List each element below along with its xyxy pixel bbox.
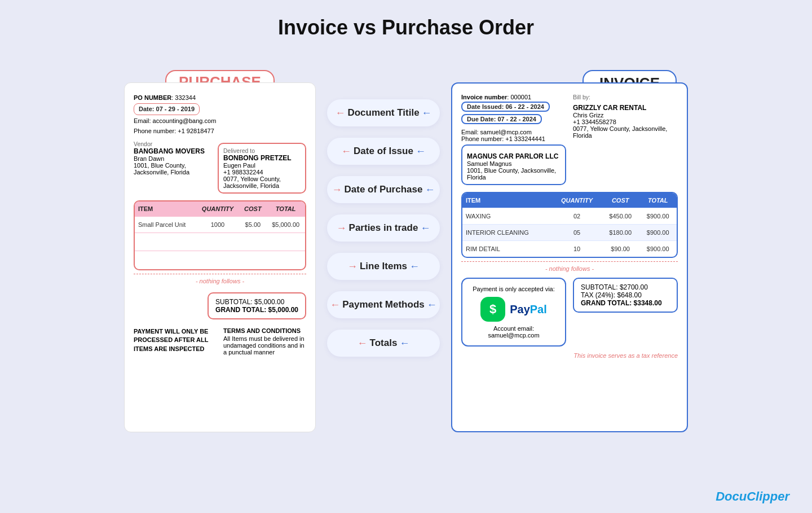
connector-line-items: → Line Items ← <box>327 253 440 280</box>
inv-due-date-box: Due Date: 07 - 22 - 2024 <box>461 114 542 124</box>
inv-email: Email: samuel@mcp.com <box>461 129 566 135</box>
po-td-empty4 <box>266 233 305 251</box>
inv-header-row: ITEM QUANTITY COST TOTAL <box>462 193 677 208</box>
inv-number-row: Invoice number: 000001 <box>461 94 566 100</box>
docu-text: Docu <box>716 489 747 503</box>
table-row: RIM DETAIL 10 $90.00 $900.00 <box>462 241 677 257</box>
inv-td-qty-3: 10 <box>552 241 602 257</box>
arrow-left-icon-1: ← <box>341 146 351 157</box>
po-delivered: Delivered to BONBONG PRETZEL Eugen Paul … <box>218 143 306 194</box>
po-header-info: PO NUMBER: 332344 Date: 07 - 29 - 2019 E… <box>134 93 306 136</box>
inv-number-value: 000001 <box>510 94 531 100</box>
inv-payment-note: Payment is only accepted via: <box>469 286 558 292</box>
po-number: PO NUMBER: 332344 <box>134 93 306 103</box>
inv-td-cost-1: $450.00 <box>602 208 639 225</box>
po-vendor-contact: Bran Dawn <box>134 155 211 162</box>
po-nothing-follows: - nothing follows - <box>134 274 306 286</box>
connector-label-2: Date of Purchase <box>345 184 423 195</box>
po-delivered-contact: Eugen Paul <box>223 162 301 169</box>
po-date-row: Date: 07 - 29 - 2019 <box>134 103 306 117</box>
inv-due-date-value: 07 - 22 - 2024 <box>497 116 536 122</box>
inv-td-total-2: $900.00 <box>639 225 677 241</box>
po-td-empty5 <box>135 251 196 269</box>
po-footer-note: PAYMENT WILL ONLY BE PROCESSED AFTER ALL… <box>134 327 217 353</box>
inv-th-cost: COST <box>602 193 639 208</box>
connector-payment: ← Payment Methods ← <box>327 291 440 318</box>
arrow-right-icon-2: ← <box>425 184 435 196</box>
cashapp-icon: $ <box>480 297 505 322</box>
po-terms: TERMS AND CONDITIONS All Items must be d… <box>223 327 306 356</box>
connector-label-5: Payment Methods <box>342 299 424 310</box>
clipper-text: Clipper <box>747 489 789 503</box>
arrow-left-icon-5: ← <box>330 299 340 311</box>
po-footer: PAYMENT WILL ONLY BE PROCESSED AFTER ALL… <box>134 327 306 356</box>
po-vendor: Vendor BANGBANG MOVERS Bran Dawn 1001, B… <box>134 141 211 194</box>
inv-date-issued-row: Date Issued: 06 - 22 - 2024 <box>461 100 566 113</box>
inv-td-item-3: RIM DETAIL <box>462 241 552 257</box>
inv-table: ITEM QUANTITY COST TOTAL WAXING 02 $450.… <box>462 193 677 257</box>
docuclipper-logo: DocuClipper <box>716 489 789 504</box>
po-table-wrap: ITEM QUANTITY COST TOTAL Small Parcel Un… <box>134 200 306 270</box>
inv-date-issued-box: Date Issued: 06 - 22 - 2024 <box>461 102 550 112</box>
arrow-right-icon-3: ← <box>420 222 430 234</box>
inv-bill-phone: +1 3344558278 <box>573 119 678 125</box>
po-th-item: ITEM <box>135 201 196 217</box>
inv-tax: TAX (24%): $648.00 <box>581 291 670 299</box>
inv-td-qty-1: 02 <box>552 208 602 225</box>
arrow-right-icon-6: ← <box>399 337 409 349</box>
po-subtotal-box: SUBTOTAL: $5,000.00 GRAND TOTAL: $5,000.… <box>208 292 306 319</box>
page-title: Invoice vs Purchase Order <box>0 0 812 51</box>
po-wrapper: PURCHASE ORDER PO NUMBER: 332344 Date: 0… <box>124 82 316 432</box>
po-td-qty: 1000 <box>196 217 240 233</box>
arrow-right-icon-1: ← <box>416 146 426 157</box>
po-table-body: Small Parcel Unit 1000 $5.00 $5,000.00 <box>135 217 305 269</box>
inv-th-total: TOTAL <box>639 193 677 208</box>
paypal-icons: $ PayPal <box>469 297 558 322</box>
table-row: Small Parcel Unit 1000 $5.00 $5,000.00 <box>135 217 305 233</box>
po-grand-total: GRAND TOTAL: $5,000.00 <box>215 306 298 314</box>
inv-header-info: Invoice number: 000001 Date Issued: 06 -… <box>461 94 678 185</box>
inv-phone: Phone number: +1 333244441 <box>461 135 566 142</box>
po-table: ITEM QUANTITY COST TOTAL Small Parcel Un… <box>135 201 305 269</box>
arrow-right-icon-5: ← <box>427 299 437 311</box>
inv-date-issued-value: 06 - 22 - 2024 <box>505 103 544 110</box>
inv-bill-contact: Chris Grizz <box>573 112 678 119</box>
po-phone: Phone number: +1 92818477 <box>134 126 306 137</box>
inv-tax-ref: This invoice serves as a tax reference <box>461 352 678 359</box>
inv-address: 1001, Blue County, Jacksonville, Florida <box>467 167 561 181</box>
po-vendor-name: BANGBANG MOVERS <box>134 147 211 155</box>
po-number-label: PO NUMBER <box>134 94 171 101</box>
connector-date-issue: ← Date of Issue ← <box>327 138 440 165</box>
table-row: WAXING 02 $450.00 $900.00 <box>462 208 677 225</box>
table-row <box>135 251 305 269</box>
po-email: Email: accounting@bang.com <box>134 116 306 126</box>
arrow-right-icon-4: ← <box>409 261 420 273</box>
arrow-right-icon: ← <box>422 107 432 119</box>
connector-label-4: Line Items <box>360 261 407 272</box>
arrow-left-icon-2: → <box>332 184 342 196</box>
inv-due-date-row: Due Date: 07 - 22 - 2024 <box>461 113 566 125</box>
po-th-quantity: QUANTITY <box>196 201 240 217</box>
inv-grand-total: GRAND TOTAL: $3348.00 <box>581 299 670 307</box>
paypal-logo: PayPal <box>510 303 547 316</box>
inv-subtotal: SUBTOTAL: $2700.00 <box>581 283 670 291</box>
inv-bill-company: GRIZZLY CAR RENTAL <box>573 104 678 112</box>
arrow-left-icon: ← <box>335 107 345 119</box>
po-date-label: Date <box>139 106 152 112</box>
po-td-cost: $5.00 <box>239 217 266 233</box>
paypal-box: Payment is only accepted via: $ PayPal A… <box>461 278 566 347</box>
inv-td-qty-2: 05 <box>552 225 602 241</box>
inv-th-item: ITEM <box>462 193 552 208</box>
inv-date-issued-label: Date Issued <box>467 103 502 110</box>
po-subtotal: SUBTOTAL: $5,000.00 <box>215 298 298 306</box>
inv-right-info: Bill by: GRIZZLY CAR RENTAL Chris Grizz … <box>573 94 678 185</box>
po-table-header-row: ITEM QUANTITY COST TOTAL <box>135 201 305 217</box>
inv-payment-email: Account email: samuel@mcp.com <box>469 325 558 339</box>
table-row <box>135 233 305 251</box>
po-date-box: Date: 07 - 29 - 2019 <box>134 103 200 116</box>
inv-subtotal-box: SUBTOTAL: $2700.00 TAX (24%): $648.00 GR… <box>573 278 678 313</box>
inv-table-wrap: ITEM QUANTITY COST TOTAL WAXING 02 $450.… <box>461 192 678 258</box>
connector-label-6: Totals <box>370 337 398 349</box>
connector-label-0: Document Titile <box>347 107 419 119</box>
po-th-total: TOTAL <box>266 201 305 217</box>
